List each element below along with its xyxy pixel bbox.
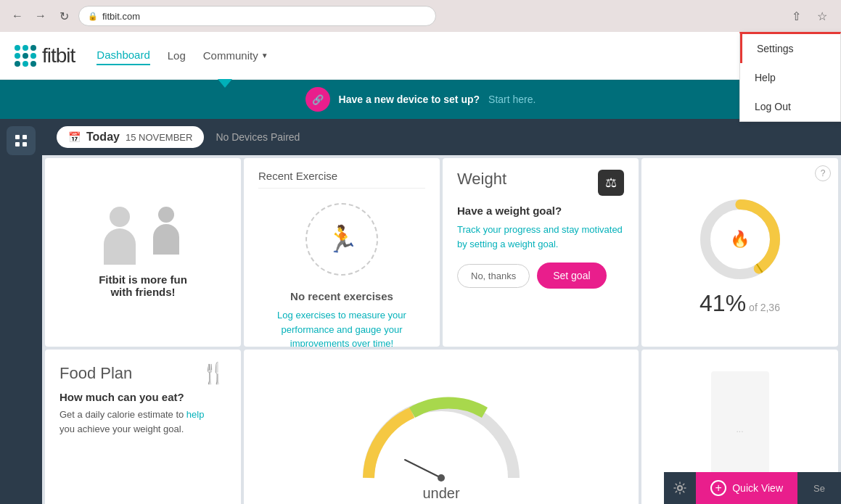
calorie-of: of 2,36 xyxy=(749,302,780,313)
share-button[interactable]: ⇧ xyxy=(786,6,806,26)
dashboard-header: 📅 Today 15 NOVEMBER No Devices Paired xyxy=(42,119,841,155)
lock-icon: 🔒 xyxy=(88,12,98,21)
notif-text: Have a new device to set up? xyxy=(339,94,480,105)
fitbit-logo-text: fitbit xyxy=(42,44,75,67)
widget-grid: Fitbit is more fun with friends! Recent … xyxy=(42,155,841,504)
food-subtitle: How much can you eat? xyxy=(60,391,226,403)
nav-log[interactable]: Log xyxy=(168,46,186,65)
widget-gauge: under xyxy=(244,350,639,504)
widget-calorie: ? 🔥 41% xyxy=(641,158,838,347)
bottom-toolbar: + Quick View Se xyxy=(664,472,841,504)
dropdown-help[interactable]: Help xyxy=(740,63,840,92)
bookmark-button[interactable]: ☆ xyxy=(812,6,832,26)
date-text: 15 NOVEMBER xyxy=(126,132,192,143)
set-goal-button[interactable]: Set goal xyxy=(537,263,606,289)
weight-actions: No, thanks Set goal xyxy=(457,263,624,289)
weight-desc: Track your progress and stay motivated b… xyxy=(457,223,624,251)
food-header: Food Plan 🍴 xyxy=(60,361,226,385)
runner-icon: 🏃 xyxy=(326,224,358,255)
widget-exercise: Recent Exercise 🏃 No recent exercises Lo… xyxy=(244,158,440,347)
gauge-label: under xyxy=(422,485,459,502)
toolbar-se-button[interactable]: Se xyxy=(797,472,841,504)
widget-friends: Fitbit is more fun with friends! xyxy=(45,158,241,347)
forward-button[interactable]: → xyxy=(32,7,49,25)
fitbit-navbar: fitbit Dashboard Log Community ▼ xyxy=(0,32,841,80)
weight-header: Weight ⚖ xyxy=(457,170,624,196)
calendar-icon: 📅 xyxy=(68,131,81,143)
partial-content: ... xyxy=(736,424,743,434)
sidebar-grid-button[interactable] xyxy=(7,126,36,155)
url-text: fitbit.com xyxy=(102,11,140,22)
dropdown-settings[interactable]: Settings xyxy=(740,34,840,63)
no-devices-text: No Devices Paired xyxy=(216,131,300,143)
notification-bar: 🔗 Have a new device to set up? Start her… xyxy=(0,80,841,119)
url-bar[interactable]: 🔒 fitbit.com xyxy=(78,6,436,26)
main-area: 📅 Today 15 NOVEMBER No Devices Paired xyxy=(0,119,841,504)
no-exercise-text: No recent exercises xyxy=(258,290,425,302)
person-silhouette-1 xyxy=(98,207,141,265)
dropdown-menu: Settings Help Log Out xyxy=(739,32,841,122)
exercise-title: Recent Exercise xyxy=(258,170,425,189)
dropdown-logout[interactable]: Log Out xyxy=(740,92,840,121)
svg-rect-3 xyxy=(15,135,20,139)
nav-links: Dashboard Log Community ▼ xyxy=(97,46,771,65)
fitbit-dots-icon xyxy=(15,45,36,67)
fitbit-logo[interactable]: fitbit xyxy=(15,44,75,67)
exercise-desc: Log exercises to measure your performanc… xyxy=(258,308,425,347)
toolbar-quickview-button[interactable]: + Quick View xyxy=(696,472,797,504)
food-title: Food Plan xyxy=(60,364,132,383)
gauge-svg xyxy=(354,391,528,485)
chevron-down-icon: ▼ xyxy=(261,51,268,59)
browser-chrome: ← → ↻ 🔒 fitbit.com ⇧ ☆ xyxy=(0,0,841,32)
widget-weight: Weight ⚖ Have a weight goal? Track your … xyxy=(443,158,639,347)
dashboard: 📅 Today 15 NOVEMBER No Devices Paired xyxy=(42,119,841,504)
nav-dashboard[interactable]: Dashboard xyxy=(97,46,149,65)
exercise-circle: 🏃 xyxy=(305,203,378,276)
utensils-icon: 🍴 xyxy=(201,361,226,385)
quickview-label: Quick View xyxy=(732,482,783,494)
scale-icon: ⚖ xyxy=(605,175,617,191)
refresh-button[interactable]: ↻ xyxy=(55,7,73,25)
back-button[interactable]: ← xyxy=(9,7,26,25)
friends-illustration xyxy=(98,207,188,265)
food-desc: Get a daily calorie estimate to help you… xyxy=(60,408,226,436)
toolbar-settings-button[interactable] xyxy=(664,472,696,504)
grid-icon xyxy=(15,134,28,147)
svg-line-10 xyxy=(405,460,441,478)
notif-link[interactable]: Start here. xyxy=(488,94,536,105)
svg-rect-6 xyxy=(22,142,27,146)
person-silhouette-2 xyxy=(144,207,188,265)
calorie-percentage: 41% xyxy=(700,290,746,317)
nav-community[interactable]: Community ▼ xyxy=(203,46,268,65)
weight-goal-title: Have a weight goal? xyxy=(457,205,624,217)
friends-label: Fitbit is more fun with friends! xyxy=(99,273,187,298)
no-thanks-button[interactable]: No, thanks xyxy=(457,264,530,288)
plus-circle-icon: + xyxy=(710,480,726,496)
svg-rect-5 xyxy=(15,142,20,146)
svg-point-12 xyxy=(678,486,682,490)
weight-icon-btn[interactable]: ⚖ xyxy=(598,170,624,196)
se-label: Se xyxy=(813,483,825,494)
flame-icon: 🔥 xyxy=(730,230,750,249)
nav-pointer xyxy=(218,79,232,88)
donut-chart: 🔥 xyxy=(697,196,784,283)
svg-rect-4 xyxy=(22,135,27,139)
settings-gear-icon xyxy=(673,482,686,495)
notif-device-icon: 🔗 xyxy=(305,87,330,112)
today-badge: 📅 Today 15 NOVEMBER xyxy=(57,126,204,148)
left-sidebar xyxy=(0,119,42,504)
help-icon[interactable]: ? xyxy=(815,165,831,181)
svg-point-11 xyxy=(438,474,445,482)
today-label: Today xyxy=(86,131,120,144)
widget-food: Food Plan 🍴 How much can you eat? Get a … xyxy=(45,350,241,504)
weight-title: Weight xyxy=(457,170,506,189)
